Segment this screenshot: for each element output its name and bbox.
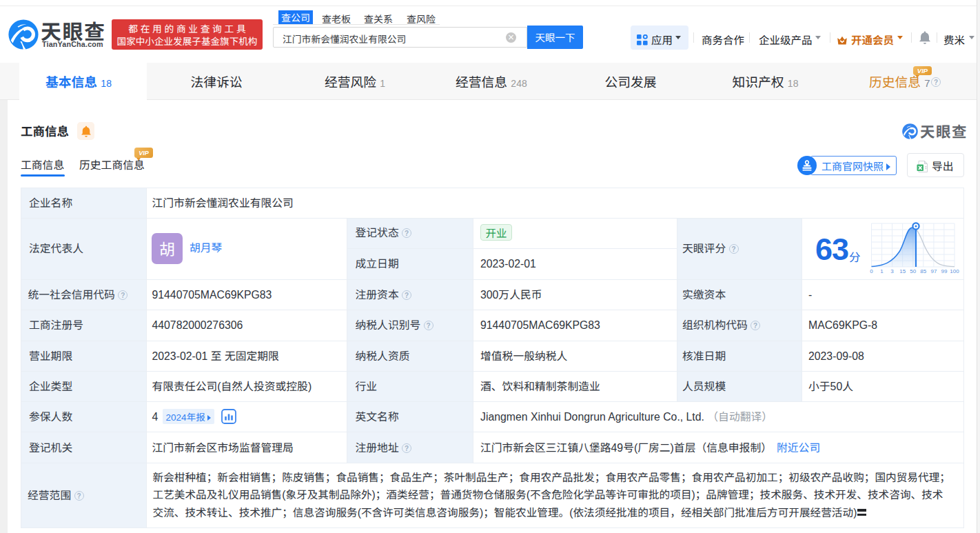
svg-text:85: 85 bbox=[920, 268, 926, 274]
svg-text:1: 1 bbox=[880, 268, 884, 274]
svg-text:100: 100 bbox=[950, 268, 959, 274]
svg-text:3: 3 bbox=[890, 268, 894, 274]
svg-text:50: 50 bbox=[910, 268, 916, 274]
svg-text:15: 15 bbox=[899, 268, 906, 274]
svg-text:97: 97 bbox=[930, 268, 937, 274]
svg-text:99: 99 bbox=[941, 268, 947, 274]
svg-text:0: 0 bbox=[870, 268, 873, 274]
